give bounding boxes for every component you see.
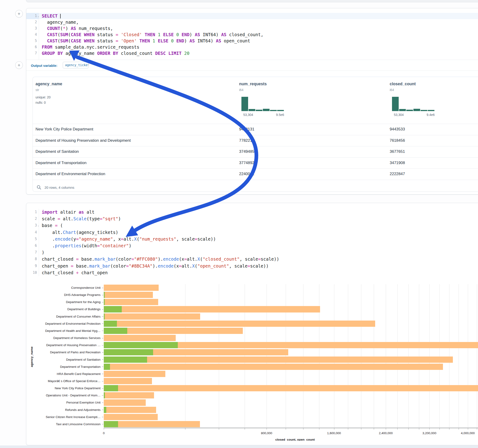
closed-count-bar[interactable]: [104, 321, 375, 327]
closed-count-bar[interactable]: [104, 335, 176, 341]
code-line[interactable]: 4 alt.Chart(agency_tickets): [26, 229, 478, 236]
code-line[interactable]: 1import altair as alt: [26, 209, 478, 216]
open-count-bar[interactable]: [104, 349, 153, 355]
result-table[interactable]: agency_namestrunique: 20nulls: 0num_requ…: [32, 77, 478, 192]
table-cell-closed-count[interactable]: 3471908: [390, 161, 405, 165]
open-count-bar[interactable]: [104, 421, 118, 427]
code-line[interactable]: 8chart_closed = base.mark_bar(color="#FF…: [26, 256, 478, 262]
notebook-page: + + 1⌄SELECT 2 agency_name,3 COUNT(*) AS…: [0, 0, 478, 448]
table-cell-closed-count[interactable]: 2222847: [390, 172, 405, 176]
table-cell-num-requests[interactable]: 7782211: [239, 138, 254, 143]
histogram-bar: [406, 110, 413, 111]
column-header[interactable]: num_requests: [239, 81, 267, 87]
code-line[interactable]: 2 agency_name,: [26, 19, 478, 25]
closed-count-bar[interactable]: [104, 378, 152, 384]
open-count-bar[interactable]: [104, 385, 118, 391]
x-axis-tick-label: 800,000: [261, 431, 272, 435]
output-variable-label: Output variable:: [31, 64, 57, 68]
open-count-bar[interactable]: [104, 356, 147, 363]
closed-count-bar[interactable]: [104, 356, 453, 363]
x-axis-tick-label: 2,400,000: [379, 431, 393, 435]
open-count-bar[interactable]: [104, 407, 106, 413]
python-code-editor[interactable]: 1import altair as alt2scale = alt.Scale(…: [26, 209, 478, 276]
code-line[interactable]: 7): [26, 249, 478, 256]
table-cell-num-requests[interactable]: 2240041: [239, 172, 254, 176]
fold-chevron-icon[interactable]: ⌄: [37, 13, 39, 19]
closed-count-bar[interactable]: [104, 285, 159, 291]
table-cell-closed-count[interactable]: 7618456: [390, 138, 405, 143]
open-count-bar[interactable]: [104, 306, 122, 312]
closed-count-bar[interactable]: [104, 313, 200, 320]
closed-count-bar[interactable]: [104, 299, 158, 305]
column-header[interactable]: closed_count: [390, 81, 416, 87]
closed-count-bar[interactable]: [104, 421, 200, 427]
open-count-bar[interactable]: [104, 364, 110, 370]
table-cell-agency[interactable]: New York City Police Department: [36, 127, 93, 132]
table-cell-agency[interactable]: Department of Sanitation: [36, 149, 79, 154]
code-line[interactable]: 6FROM sample_data.nyc.service_requests: [26, 44, 478, 50]
table-cell-closed-count[interactable]: 9443533: [390, 127, 405, 132]
gridline: [477, 284, 477, 428]
open-count-bar[interactable]: [104, 328, 127, 334]
open-count-bar[interactable]: [104, 321, 117, 327]
table-cell-num-requests[interactable]: 9453131: [239, 127, 254, 132]
open-count-bar[interactable]: [104, 342, 178, 348]
histogram-min-label: 53,304: [394, 113, 404, 117]
fold-chevron-icon[interactable]: ⌄: [37, 222, 39, 229]
open-count-bar[interactable]: [104, 313, 105, 320]
y-axis-tick: [102, 316, 103, 317]
histogram-bar: [270, 110, 277, 111]
x-axis-tick: [459, 428, 459, 429]
x-axis-tick: [440, 428, 440, 429]
line-number: 4: [26, 229, 37, 236]
closed-count-bar[interactable]: [104, 385, 478, 391]
code-line[interactable]: 3 COUNT(*) AS num_requests,: [26, 25, 478, 31]
column-histogram: [392, 97, 434, 111]
y-axis-tick: [102, 302, 103, 302]
code-line[interactable]: 2scale = alt.Scale(type="sqrt"): [26, 216, 478, 222]
closed-count-bar[interactable]: [104, 392, 154, 398]
code-line[interactable]: 3⌄base = (: [26, 222, 478, 229]
closed-count-bar[interactable]: [104, 306, 320, 312]
closed-count-bar[interactable]: [104, 414, 158, 420]
table-cell-agency[interactable]: Department of Housing Preservation and D…: [36, 138, 131, 143]
x-axis-tick: [185, 428, 185, 429]
y-axis-label: Department for the Aging: [32, 300, 101, 304]
table-cell-closed-count[interactable]: 3677651: [390, 149, 405, 154]
column-header[interactable]: agency_name: [36, 81, 62, 87]
add-cell-button-top[interactable]: +: [15, 10, 23, 18]
add-cell-button-output[interactable]: +: [15, 61, 23, 69]
open-count-bar[interactable]: [104, 392, 105, 398]
gridline: [348, 284, 348, 428]
output-variable-input[interactable]: agency_tickets: [63, 62, 88, 68]
code-line[interactable]: 5 .encode(y="agency_name", x=alt.X("num_…: [26, 236, 478, 243]
code-line[interactable]: 9chart_open = base.mark_bar(color="#8BC3…: [26, 263, 478, 269]
search-icon[interactable]: [37, 185, 41, 190]
table-cell-num-requests[interactable]: 3749485: [239, 149, 254, 154]
code-line[interactable]: 1⌄SELECT: [26, 13, 478, 19]
closed-count-bar[interactable]: [104, 292, 153, 298]
y-axis-label: Department of Health and Mental Hyg…: [32, 329, 101, 333]
line-number: 5: [26, 38, 37, 44]
y-axis-label: New York City Police Department: [32, 386, 101, 390]
closed-count-bar[interactable]: [104, 399, 146, 406]
histogram-bar: [421, 110, 427, 111]
line-number: 2: [26, 19, 37, 25]
y-axis-label: Department of Consumer Affairs: [32, 315, 101, 318]
table-cell-num-requests[interactable]: 3774892: [239, 161, 254, 165]
code-line[interactable]: 4 CAST(SUM(CASE WHEN status = 'Closed' T…: [26, 31, 478, 38]
cell-divider-2: [26, 70, 478, 71]
code-line[interactable]: 10chart_closed + chart_open: [26, 269, 478, 276]
open-count-bar[interactable]: [104, 299, 105, 305]
code-line[interactable]: 5 CAST(SUM(CASE WHEN status = 'Open' THE…: [26, 38, 478, 44]
closed-count-bar[interactable]: [104, 407, 156, 413]
code-line[interactable]: 6 .properties(width="container"): [26, 243, 478, 249]
x-axis-line: [104, 428, 478, 428]
code-line[interactable]: 7GROUP BY agency_name ORDER BY closed_co…: [26, 50, 478, 56]
table-cell-agency[interactable]: Department of Transportation: [36, 161, 87, 165]
sql-code-editor[interactable]: 1⌄SELECT 2 agency_name,3 COUNT(*) AS num…: [26, 13, 478, 60]
closed-count-bar[interactable]: [104, 364, 443, 370]
table-cell-agency[interactable]: Department of Environmental Protection: [36, 172, 105, 176]
open-count-bar[interactable]: [104, 292, 105, 298]
closed-count-bar[interactable]: [104, 371, 165, 377]
